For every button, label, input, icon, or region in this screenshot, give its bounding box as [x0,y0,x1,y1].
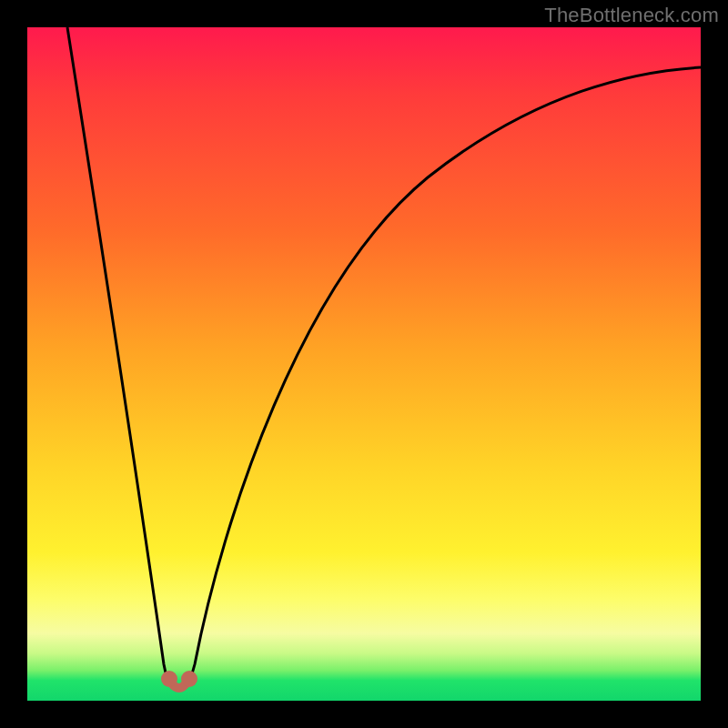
curve-left-branch [67,27,171,682]
watermark-text: TheBottleneck.com [544,4,719,27]
curve-right-branch [187,67,701,682]
marker-min-left [161,671,177,687]
marker-min-right [181,671,197,687]
curve-layer [27,27,701,701]
chart-frame: TheBottleneck.com [0,0,728,728]
plot-area [27,27,701,701]
